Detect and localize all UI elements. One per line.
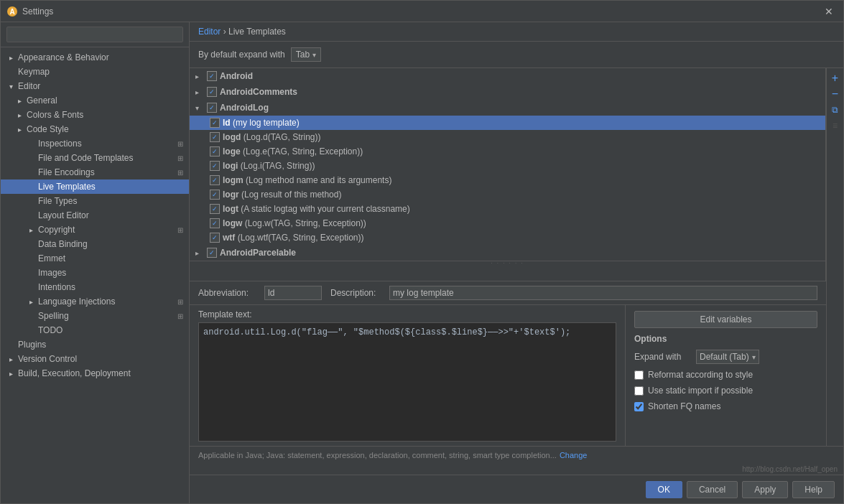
apply-button[interactable]: Apply bbox=[742, 481, 788, 498]
group-arrow-icon: ▸ bbox=[195, 88, 204, 96]
tree-item-todo[interactable]: TODO bbox=[1, 323, 189, 337]
expand-with-row: Expand with Default (Tab) ▾ bbox=[634, 350, 817, 364]
shorten-checkbox[interactable] bbox=[634, 402, 644, 411]
static-import-checkbox[interactable] bbox=[634, 386, 644, 396]
breadcrumb-parent[interactable]: Editor bbox=[198, 27, 221, 37]
template-checkbox[interactable]: ✓ bbox=[210, 175, 220, 185]
abbreviation-input[interactable] bbox=[264, 286, 322, 300]
template-group-header-androidcomments[interactable]: ▸ ✓ AndroidComments bbox=[190, 84, 825, 100]
template-item-logi[interactable]: ✓ logi (Log.i(TAG, String)) bbox=[190, 159, 825, 173]
tree-item-copyright[interactable]: Copyright ⊞ bbox=[1, 223, 189, 237]
group-checkbox[interactable]: ✓ bbox=[207, 87, 217, 97]
template-checkbox[interactable]: ✓ bbox=[210, 132, 220, 142]
breadcrumb-current: Live Templates bbox=[228, 27, 286, 37]
template-checkbox[interactable]: ✓ bbox=[210, 190, 220, 200]
item-label: Keymap bbox=[18, 67, 50, 77]
cancel-button[interactable]: Cancel bbox=[687, 481, 738, 498]
template-item-logd[interactable]: ✓ logd (Log.d(TAG, String)) bbox=[190, 130, 825, 144]
tree-item-file-types[interactable]: File Types bbox=[1, 194, 189, 208]
template-text-section: Template text: android.util.Log.d("flag—… bbox=[190, 305, 625, 446]
template-checkbox[interactable]: ✓ bbox=[210, 146, 220, 157]
template-textarea[interactable]: android.util.Log.d("flag——", "$method$($… bbox=[198, 322, 616, 442]
tree-item-file-code-templates[interactable]: File and Code Templates ⊞ bbox=[1, 151, 189, 165]
tree-item-build[interactable]: Build, Execution, Deployment bbox=[1, 366, 189, 381]
abbreviation-row: Abbreviation: Description: bbox=[190, 281, 826, 305]
template-item-logm[interactable]: ✓ logm (Log method name and its argument… bbox=[190, 173, 825, 187]
template-checkbox[interactable]: ✓ bbox=[210, 218, 220, 228]
tree-item-appearance[interactable]: Appearance & Behavior bbox=[1, 50, 189, 65]
options-section: Edit variables Options Expand with Defau… bbox=[625, 305, 826, 446]
tree-item-colors-fonts[interactable]: Colors & Fonts bbox=[1, 108, 189, 122]
copy-icon: ⊞ bbox=[177, 226, 183, 234]
group-checkbox[interactable]: ✓ bbox=[207, 103, 217, 113]
expand-value: Tab bbox=[296, 50, 310, 60]
tree-item-emmet[interactable]: Emmet bbox=[1, 251, 189, 266]
template-text: logi (Log.i(TAG, String)) bbox=[223, 161, 315, 171]
expand-with-select[interactable]: Default (Tab) ▾ bbox=[696, 350, 759, 364]
template-item-logw[interactable]: ✓ logw (Log.w(TAG, String, Exception)) bbox=[190, 216, 825, 230]
template-group-androidparcelable: ▸ ✓ AndroidParcelable bbox=[190, 245, 825, 261]
arrow-icon bbox=[27, 225, 35, 234]
template-group-header-android[interactable]: ▸ ✓ Android bbox=[190, 68, 825, 84]
description-input[interactable] bbox=[389, 286, 817, 300]
group-checkbox[interactable]: ✓ bbox=[207, 71, 217, 81]
template-item-wtf[interactable]: ✓ wtf (Log.wtf(TAG, String, Exception)) bbox=[190, 230, 825, 245]
tree-item-language-injections[interactable]: Language Injections ⊞ bbox=[1, 294, 189, 309]
copy-icon: ⊞ bbox=[177, 140, 183, 148]
template-item-logt[interactable]: ✓ logt (A static logtag with your curren… bbox=[190, 202, 825, 216]
right-panel: Editor › Live Templates By default expan… bbox=[190, 22, 843, 503]
item-label: Spelling bbox=[38, 311, 69, 321]
remove-button[interactable]: − bbox=[828, 87, 843, 101]
close-button[interactable]: ✕ bbox=[820, 4, 838, 19]
group-checkbox[interactable]: ✓ bbox=[207, 248, 217, 258]
item-label: Data Binding bbox=[38, 239, 88, 249]
tree-item-keymap[interactable]: Keymap bbox=[1, 65, 189, 79]
copy-button[interactable]: ⧉ bbox=[828, 103, 843, 117]
tree-item-general[interactable]: General bbox=[1, 93, 189, 108]
applicable-change-link[interactable]: Change bbox=[560, 451, 588, 459]
tree-item-spelling[interactable]: Spelling ⊞ bbox=[1, 309, 189, 323]
arrow-icon bbox=[6, 53, 15, 62]
tree-item-data-binding[interactable]: Data Binding bbox=[1, 237, 189, 251]
help-button[interactable]: Help bbox=[792, 481, 835, 498]
copy-icon: ⊞ bbox=[177, 298, 183, 306]
tree-item-live-templates[interactable]: Live Templates bbox=[1, 179, 189, 194]
item-label: Appearance & Behavior bbox=[18, 52, 109, 62]
template-text: wtf (Log.wtf(TAG, String, Exception)) bbox=[223, 233, 364, 243]
tree-item-editor[interactable]: Editor bbox=[1, 79, 189, 93]
tree-item-inspections[interactable]: Inspections ⊞ bbox=[1, 136, 189, 151]
expand-select[interactable]: Tab ▾ bbox=[291, 47, 321, 62]
main-content: Appearance & Behavior Keymap Editor Gene… bbox=[1, 22, 843, 503]
copy-icon: ⊞ bbox=[177, 154, 183, 162]
template-checkbox[interactable]: ✓ bbox=[210, 204, 220, 214]
ok-button[interactable]: OK bbox=[646, 481, 682, 498]
template-item-loge[interactable]: ✓ loge (Log.e(TAG, String, Exception)) bbox=[190, 144, 825, 159]
template-item-logr[interactable]: ✓ logr (Log result of this method) bbox=[190, 187, 825, 202]
arrow-icon bbox=[27, 297, 35, 306]
drag-handle[interactable]: · · · · · · bbox=[190, 261, 825, 265]
template-group-header-androidlog[interactable]: ▾ ✓ AndroidLog bbox=[190, 100, 825, 116]
template-checkbox[interactable]: ✓ bbox=[210, 233, 220, 243]
search-input[interactable] bbox=[6, 27, 183, 42]
template-item-ld[interactable]: ✓ ld (my log template) bbox=[190, 116, 825, 130]
arrow-icon bbox=[15, 125, 24, 134]
drag-dots-icon: · · · · · · bbox=[491, 260, 524, 266]
tree-item-code-style[interactable]: Code Style bbox=[1, 122, 189, 136]
edit-variables-button[interactable]: Edit variables bbox=[634, 311, 817, 328]
reformat-checkbox[interactable] bbox=[634, 370, 644, 380]
item-label: Layout Editor bbox=[38, 210, 89, 220]
tree-item-file-encodings[interactable]: File Encodings ⊞ bbox=[1, 165, 189, 179]
expand-with-label: Expand with bbox=[634, 352, 692, 362]
tree-item-plugins[interactable]: Plugins bbox=[1, 337, 189, 352]
tree-item-intentions[interactable]: Intentions bbox=[1, 280, 189, 294]
template-text: loge (Log.e(TAG, String, Exception)) bbox=[223, 146, 363, 157]
template-checkbox[interactable]: ✓ bbox=[210, 118, 220, 128]
tree-item-layout-editor[interactable]: Layout Editor bbox=[1, 208, 189, 223]
tree-item-images[interactable]: Images bbox=[1, 266, 189, 280]
move-button: ≡ bbox=[828, 118, 843, 133]
template-checkbox[interactable]: ✓ bbox=[210, 161, 220, 171]
add-button[interactable]: + bbox=[828, 71, 843, 85]
template-group-header-androidparcelable[interactable]: ▸ ✓ AndroidParcelable bbox=[190, 245, 825, 261]
shorten-label: Shorten FQ names bbox=[648, 401, 720, 411]
tree-item-version-control[interactable]: Version Control bbox=[1, 352, 189, 366]
